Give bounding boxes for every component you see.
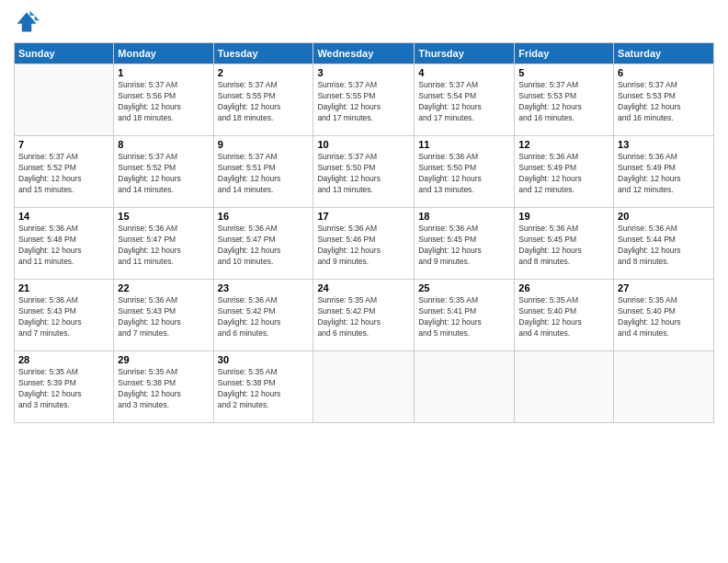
day-number: 27	[618, 282, 710, 293]
day-info: Sunrise: 5:35 AM Sunset: 5:40 PM Dayligh…	[618, 295, 710, 339]
calendar-cell: 24Sunrise: 5:35 AM Sunset: 5:42 PM Dayli…	[313, 280, 415, 351]
weekday-header-row: SundayMondayTuesdayWednesdayThursdayFrid…	[15, 43, 714, 64]
day-number: 21	[18, 282, 109, 293]
day-number: 4	[418, 67, 510, 78]
calendar-cell: 3Sunrise: 5:37 AM Sunset: 5:55 PM Daylig…	[313, 64, 415, 136]
calendar-cell: 12Sunrise: 5:36 AM Sunset: 5:49 PM Dayli…	[515, 136, 614, 208]
calendar-cell: 10Sunrise: 5:37 AM Sunset: 5:50 PM Dayli…	[313, 136, 415, 208]
day-number: 30	[218, 354, 310, 365]
day-number: 7	[18, 139, 109, 150]
day-number: 29	[118, 354, 209, 365]
day-info: Sunrise: 5:35 AM Sunset: 5:40 PM Dayligh…	[518, 295, 609, 339]
calendar-cell: 9Sunrise: 5:37 AM Sunset: 5:51 PM Daylig…	[213, 136, 313, 208]
calendar-cell: 11Sunrise: 5:36 AM Sunset: 5:50 PM Dayli…	[415, 136, 515, 208]
day-number: 2	[218, 67, 310, 78]
calendar-cell: 7Sunrise: 5:37 AM Sunset: 5:52 PM Daylig…	[15, 136, 114, 208]
day-number: 5	[518, 67, 609, 78]
day-info: Sunrise: 5:36 AM Sunset: 5:44 PM Dayligh…	[618, 224, 710, 268]
day-info: Sunrise: 5:36 AM Sunset: 5:48 PM Dayligh…	[18, 224, 109, 268]
day-number: 28	[18, 354, 109, 365]
day-number: 8	[118, 139, 209, 150]
calendar-cell: 26Sunrise: 5:35 AM Sunset: 5:40 PM Dayli…	[515, 280, 614, 351]
calendar-cell: 2Sunrise: 5:37 AM Sunset: 5:55 PM Daylig…	[213, 64, 313, 136]
day-info: Sunrise: 5:36 AM Sunset: 5:50 PM Dayligh…	[418, 152, 510, 196]
calendar-cell: 14Sunrise: 5:36 AM Sunset: 5:48 PM Dayli…	[15, 208, 114, 280]
calendar-cell	[415, 351, 515, 423]
calendar-cell: 5Sunrise: 5:37 AM Sunset: 5:53 PM Daylig…	[515, 64, 614, 136]
calendar-week-2: 7Sunrise: 5:37 AM Sunset: 5:52 PM Daylig…	[15, 136, 714, 208]
day-number: 3	[317, 67, 410, 78]
calendar-cell: 15Sunrise: 5:36 AM Sunset: 5:47 PM Dayli…	[114, 208, 213, 280]
day-number: 10	[317, 139, 410, 150]
calendar-cell: 23Sunrise: 5:36 AM Sunset: 5:42 PM Dayli…	[213, 280, 313, 351]
day-number: 20	[618, 211, 710, 222]
calendar-cell: 1Sunrise: 5:37 AM Sunset: 5:56 PM Daylig…	[114, 64, 213, 136]
calendar-cell	[515, 351, 614, 423]
calendar-cell	[313, 351, 415, 423]
calendar-week-3: 14Sunrise: 5:36 AM Sunset: 5:48 PM Dayli…	[15, 208, 714, 280]
calendar-cell: 22Sunrise: 5:36 AM Sunset: 5:43 PM Dayli…	[114, 280, 213, 351]
day-info: Sunrise: 5:36 AM Sunset: 5:47 PM Dayligh…	[218, 224, 310, 268]
day-number: 11	[418, 139, 510, 150]
day-info: Sunrise: 5:37 AM Sunset: 5:53 PM Dayligh…	[518, 80, 609, 124]
day-info: Sunrise: 5:37 AM Sunset: 5:54 PM Dayligh…	[418, 80, 510, 124]
weekday-wednesday: Wednesday	[313, 43, 415, 64]
day-info: Sunrise: 5:36 AM Sunset: 5:43 PM Dayligh…	[18, 295, 109, 339]
weekday-thursday: Thursday	[415, 43, 515, 64]
calendar-cell: 29Sunrise: 5:35 AM Sunset: 5:38 PM Dayli…	[114, 351, 213, 423]
calendar-cell: 25Sunrise: 5:35 AM Sunset: 5:41 PM Dayli…	[415, 280, 515, 351]
day-number: 6	[618, 67, 710, 78]
day-number: 26	[518, 282, 609, 293]
day-info: Sunrise: 5:36 AM Sunset: 5:49 PM Dayligh…	[618, 152, 710, 196]
day-info: Sunrise: 5:37 AM Sunset: 5:50 PM Dayligh…	[317, 152, 410, 196]
day-info: Sunrise: 5:36 AM Sunset: 5:49 PM Dayligh…	[518, 152, 609, 196]
calendar-cell: 8Sunrise: 5:37 AM Sunset: 5:52 PM Daylig…	[114, 136, 213, 208]
weekday-sunday: Sunday	[15, 43, 114, 64]
day-number: 12	[518, 139, 609, 150]
day-number: 14	[18, 211, 109, 222]
page-header	[14, 9, 714, 35]
day-info: Sunrise: 5:36 AM Sunset: 5:43 PM Dayligh…	[118, 295, 209, 339]
weekday-monday: Monday	[114, 43, 213, 64]
calendar-cell: 4Sunrise: 5:37 AM Sunset: 5:54 PM Daylig…	[415, 64, 515, 136]
day-number: 9	[218, 139, 310, 150]
calendar-cell: 27Sunrise: 5:35 AM Sunset: 5:40 PM Dayli…	[614, 280, 714, 351]
day-number: 16	[218, 211, 310, 222]
calendar-cell: 20Sunrise: 5:36 AM Sunset: 5:44 PM Dayli…	[614, 208, 714, 280]
day-info: Sunrise: 5:36 AM Sunset: 5:42 PM Dayligh…	[218, 295, 310, 339]
day-info: Sunrise: 5:36 AM Sunset: 5:46 PM Dayligh…	[317, 224, 410, 268]
day-number: 17	[317, 211, 410, 222]
day-info: Sunrise: 5:37 AM Sunset: 5:52 PM Dayligh…	[118, 152, 209, 196]
day-info: Sunrise: 5:35 AM Sunset: 5:42 PM Dayligh…	[317, 295, 410, 339]
calendar-cell: 30Sunrise: 5:35 AM Sunset: 5:38 PM Dayli…	[213, 351, 313, 423]
day-number: 1	[118, 67, 209, 78]
calendar-cell	[614, 351, 714, 423]
calendar-week-5: 28Sunrise: 5:35 AM Sunset: 5:39 PM Dayli…	[15, 351, 714, 423]
calendar-cell: 13Sunrise: 5:36 AM Sunset: 5:49 PM Dayli…	[614, 136, 714, 208]
day-number: 15	[118, 211, 209, 222]
calendar-table: SundayMondayTuesdayWednesdayThursdayFrid…	[14, 42, 714, 423]
calendar-cell: 18Sunrise: 5:36 AM Sunset: 5:45 PM Dayli…	[415, 208, 515, 280]
day-info: Sunrise: 5:37 AM Sunset: 5:55 PM Dayligh…	[218, 80, 310, 124]
day-info: Sunrise: 5:37 AM Sunset: 5:51 PM Dayligh…	[218, 152, 310, 196]
day-info: Sunrise: 5:36 AM Sunset: 5:45 PM Dayligh…	[418, 224, 510, 268]
day-info: Sunrise: 5:35 AM Sunset: 5:39 PM Dayligh…	[18, 367, 109, 411]
day-info: Sunrise: 5:37 AM Sunset: 5:53 PM Dayligh…	[618, 80, 710, 124]
day-info: Sunrise: 5:36 AM Sunset: 5:45 PM Dayligh…	[518, 224, 609, 268]
weekday-saturday: Saturday	[614, 43, 714, 64]
calendar-cell: 21Sunrise: 5:36 AM Sunset: 5:43 PM Dayli…	[15, 280, 114, 351]
weekday-friday: Friday	[515, 43, 614, 64]
logo	[14, 9, 43, 35]
calendar-week-1: 1Sunrise: 5:37 AM Sunset: 5:56 PM Daylig…	[15, 64, 714, 136]
logo-icon	[14, 9, 40, 35]
weekday-tuesday: Tuesday	[213, 43, 313, 64]
calendar-cell: 17Sunrise: 5:36 AM Sunset: 5:46 PM Dayli…	[313, 208, 415, 280]
calendar-week-4: 21Sunrise: 5:36 AM Sunset: 5:43 PM Dayli…	[15, 280, 714, 351]
day-number: 25	[418, 282, 510, 293]
day-number: 19	[518, 211, 609, 222]
day-info: Sunrise: 5:35 AM Sunset: 5:38 PM Dayligh…	[118, 367, 209, 411]
day-number: 18	[418, 211, 510, 222]
day-info: Sunrise: 5:35 AM Sunset: 5:41 PM Dayligh…	[418, 295, 510, 339]
calendar-cell: 6Sunrise: 5:37 AM Sunset: 5:53 PM Daylig…	[614, 64, 714, 136]
day-number: 22	[118, 282, 209, 293]
